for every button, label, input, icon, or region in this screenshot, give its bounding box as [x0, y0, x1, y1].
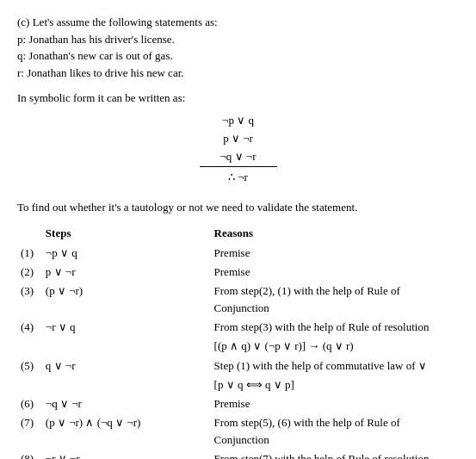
- step-reason: Premise: [211, 244, 459, 263]
- step-reason: From step(7) with the help of Rule of re…: [211, 450, 459, 459]
- table-row: [(p ∧ q) ∨ (¬p ∨ r)] → (q ∨ r): [17, 337, 459, 356]
- step-expression: (p ∨ ¬r) ∧ (¬q ∨ ¬r): [42, 413, 211, 450]
- symbolic-section: In symbolic form it can be written as: ¬…: [17, 91, 459, 187]
- step-expression: q ∨ ¬r: [42, 357, 211, 375]
- step-number: (3): [17, 282, 42, 318]
- step-expression: p ∨ ¬r: [42, 263, 211, 282]
- step-number: [17, 337, 42, 356]
- intro-line1: (c) Let's assume the following statement…: [17, 14, 459, 31]
- col-header-num: [17, 225, 42, 244]
- table-row: (5)q ∨ ¬rStep (1) with the help of commu…: [17, 357, 459, 375]
- step-expression: ¬r ∨ ¬r: [42, 450, 211, 459]
- step-number: (1): [17, 244, 42, 263]
- step-reason: Premise: [211, 394, 459, 413]
- step-expression: ¬q ∨ ¬r: [42, 394, 211, 413]
- step-expression: [42, 375, 211, 394]
- table-row: (3)(p ∨ ¬r)From step(2), (1) with the he…: [17, 282, 459, 318]
- step-expression: [42, 337, 211, 356]
- step-number: (2): [17, 263, 42, 282]
- step-reason: Step (1) with the help of commutative la…: [211, 357, 459, 375]
- step-reason: From step(2), (1) with the help of Rule …: [211, 282, 459, 318]
- table-row: (4)¬r ∨ qFrom step(3) with the help of R…: [17, 318, 459, 337]
- table-row: (6)¬q ∨ ¬rPremise: [17, 394, 459, 413]
- step-number: (4): [17, 318, 42, 337]
- step-expression: (p ∨ ¬r): [42, 282, 211, 318]
- formulas-block: ¬p ∨ q p ∨ ¬r ¬q ∨ ¬r ∴ ¬r: [17, 112, 459, 187]
- step-number: (7): [17, 413, 42, 450]
- formula-conclusion: ∴ ¬r: [228, 169, 248, 187]
- table-row: [p ∨ q ⟺ q ∨ p]: [17, 375, 459, 394]
- intro-line4: r: Jonathan likes to drive his new car.: [17, 65, 459, 82]
- table-row: (1)¬p ∨ qPremise: [17, 244, 459, 263]
- table-row: (8)¬r ∨ ¬rFrom step(7) with the help of …: [17, 450, 459, 459]
- tautology-text: To find out whether it's a tautology or …: [17, 199, 459, 216]
- intro-block: (c) Let's assume the following statement…: [17, 14, 459, 81]
- step-expression: ¬r ∨ q: [42, 318, 211, 337]
- proof-table: Steps Reasons (1)¬p ∨ qPremise(2)p ∨ ¬rP…: [17, 225, 459, 459]
- formula1: ¬p ∨ q: [222, 112, 254, 130]
- col-header-reasons: Reasons: [211, 225, 459, 244]
- step-reason: [(p ∧ q) ∨ (¬p ∨ r)] → (q ∨ r): [211, 337, 459, 356]
- step-reason: From step(3) with the help of Rule of re…: [211, 318, 459, 337]
- step-expression: ¬p ∨ q: [42, 244, 211, 263]
- step-reason: From step(5), (6) with the help of Rule …: [211, 413, 459, 450]
- intro-line2: p: Jonathan has his driver's license.: [17, 31, 459, 48]
- formula3: ¬q ∨ ¬r: [200, 148, 277, 168]
- step-number: (8): [17, 450, 42, 459]
- col-header-steps: Steps: [42, 225, 211, 244]
- step-number: (5): [17, 357, 42, 375]
- step-reason: [p ∨ q ⟺ q ∨ p]: [211, 375, 459, 394]
- step-number: [17, 375, 42, 394]
- intro-line3: q: Jonathan's new car is out of gas.: [17, 47, 459, 65]
- table-row: (7)(p ∨ ¬r) ∧ (¬q ∨ ¬r)From step(5), (6)…: [17, 413, 459, 450]
- table-row: (2)p ∨ ¬rPremise: [17, 263, 459, 282]
- step-reason: Premise: [211, 263, 459, 282]
- symbolic-label: In symbolic form it can be written as:: [17, 91, 459, 105]
- formula2: p ∨ ¬r: [223, 130, 253, 148]
- step-number: (6): [17, 394, 42, 413]
